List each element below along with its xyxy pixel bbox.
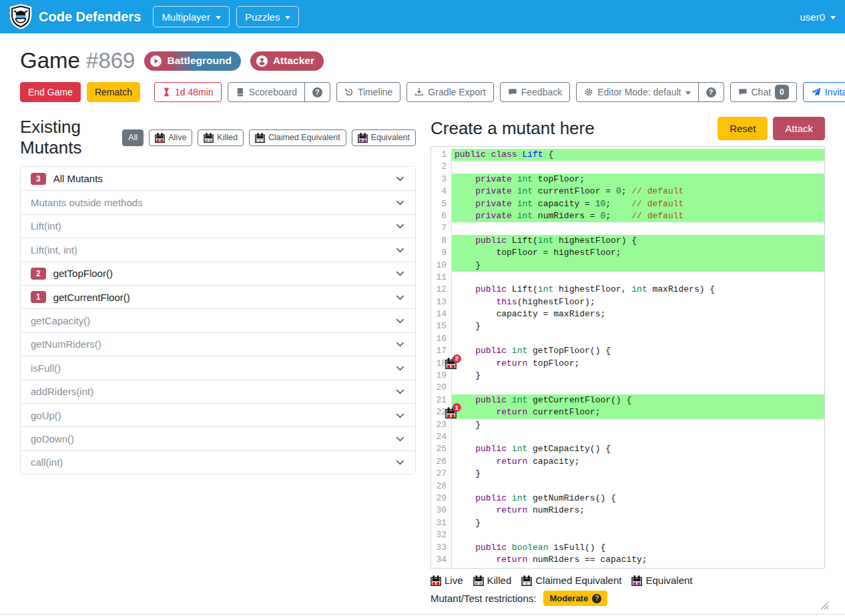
code-line[interactable]: 16 bbox=[431, 333, 824, 345]
code-token: int bbox=[512, 395, 527, 405]
code-line[interactable]: 32 bbox=[431, 529, 824, 541]
mutant-accordion-item[interactable]: isFull() bbox=[21, 356, 415, 379]
code-editor[interactable]: 1public class Lift {23 private int topFl… bbox=[431, 146, 825, 569]
code-line[interactable]: 14 capacity = maxRiders; bbox=[431, 308, 824, 320]
code-line[interactable]: 25 public int getCapacity() { bbox=[431, 443, 824, 455]
mutant-accordion-item[interactable]: getCapacity() bbox=[21, 308, 415, 332]
code-line[interactable]: 9 topFloor = highestFloor; bbox=[431, 247, 824, 259]
code-line[interactable]: 8 public Lift(int highestFloor) { bbox=[431, 235, 824, 247]
speech-bubble-icon bbox=[508, 87, 517, 97]
play-circle-icon bbox=[150, 55, 162, 67]
code-line[interactable]: 21 public int getCurrentFloor() { bbox=[431, 394, 824, 406]
code-line[interactable]: 26 return capacity; bbox=[431, 456, 824, 468]
reset-button[interactable]: Reset bbox=[718, 117, 768, 140]
code-line[interactable]: 34 return numRiders == capacity; bbox=[431, 554, 824, 566]
code-defenders-shield-logo-icon bbox=[9, 3, 32, 30]
puzzles-menu-button[interactable]: Puzzles bbox=[236, 6, 300, 27]
code-line[interactable]: 20 bbox=[431, 382, 824, 394]
code-line[interactable]: 11 bbox=[431, 272, 824, 284]
code-line[interactable]: 15 } bbox=[431, 320, 824, 332]
chevron-down-icon bbox=[395, 339, 405, 349]
gradle-export-button[interactable]: Gradle Export bbox=[406, 82, 493, 102]
code-text: public int getCapacity() { bbox=[452, 443, 824, 455]
scoreboard-help-button[interactable] bbox=[304, 82, 330, 102]
filter-equivalent-button[interactable]: Equivalent bbox=[352, 129, 416, 146]
code-text: } bbox=[452, 320, 824, 332]
resize-handle[interactable] bbox=[819, 600, 829, 610]
mutant-accordion-item[interactable]: addRiders(int) bbox=[21, 380, 415, 403]
code-line[interactable]: 23 } bbox=[431, 419, 824, 431]
mutant-accordion-item[interactable]: Lift(int, int) bbox=[21, 238, 415, 261]
mutant-accordion-item[interactable]: Lift(int) bbox=[21, 214, 415, 238]
mutant-accordion-item[interactable]: call(int) bbox=[21, 450, 415, 474]
code-text: } bbox=[452, 468, 824, 480]
mutant-accordion-item[interactable]: goDown() bbox=[21, 426, 415, 450]
code-token: numRiders; bbox=[527, 505, 585, 515]
multiplayer-menu-button[interactable]: Multiplayer bbox=[153, 6, 230, 27]
end-game-button[interactable]: End Game bbox=[20, 82, 81, 102]
code-line[interactable]: 13 this(highestFloor); bbox=[431, 296, 824, 308]
code-text: } bbox=[452, 260, 824, 272]
mutant-accordion-item[interactable]: 1getCurrentFloor() bbox=[21, 285, 415, 308]
code-line[interactable]: 1public class Lift { bbox=[431, 149, 824, 161]
mutant-accordion-item[interactable]: Mutants outside methods bbox=[21, 190, 415, 214]
code-line[interactable]: 3 private int topFloor; bbox=[431, 174, 824, 186]
code-line[interactable]: 17 public int getTopFloor() { bbox=[431, 345, 824, 357]
brand[interactable]: Code Defenders bbox=[9, 3, 141, 30]
code-line[interactable]: 6 private int numRiders = 0; // default bbox=[431, 210, 824, 222]
code-line[interactable]: 29 public int getNumRiders() { bbox=[431, 493, 824, 505]
code-line[interactable]: 22 1 return currentFloor; bbox=[431, 406, 824, 418]
game-timer-button[interactable]: 1d 48min bbox=[154, 82, 222, 102]
code-line[interactable]: 35 } bbox=[431, 566, 824, 569]
question-circle-icon bbox=[706, 87, 716, 97]
code-token: int bbox=[631, 284, 647, 294]
filter-claimed-button[interactable]: Claimed Equivalent bbox=[249, 129, 346, 146]
editor-mode-dropdown[interactable]: Editor Mode: default bbox=[576, 82, 698, 102]
chat-button[interactable]: Chat 0 bbox=[730, 82, 797, 102]
code-token: 0 bbox=[616, 186, 621, 196]
rematch-button[interactable]: Rematch bbox=[87, 82, 140, 102]
editor-mode-help-button[interactable] bbox=[698, 82, 724, 102]
filter-killed-button[interactable]: Killed bbox=[198, 129, 244, 146]
code-line[interactable]: 33 public boolean isFull() { bbox=[431, 542, 824, 554]
line-number: 25 bbox=[431, 443, 452, 455]
filter-alive-button[interactable]: Alive bbox=[149, 129, 192, 146]
scoreboard-button[interactable]: Scoreboard bbox=[228, 82, 305, 102]
attack-button[interactable]: Attack bbox=[773, 117, 825, 140]
user-menu-button[interactable]: user0 bbox=[800, 11, 836, 23]
code-line[interactable]: 10 } bbox=[431, 260, 824, 272]
mutant-accordion-item[interactable]: 2getTopFloor() bbox=[21, 262, 415, 285]
mutant-accordion-item[interactable]: getNumRiders() bbox=[21, 332, 415, 356]
code-token: public bbox=[475, 284, 507, 294]
code-line[interactable]: 24 bbox=[431, 431, 824, 443]
restrictions-badge[interactable]: Moderate bbox=[543, 591, 607, 606]
code-line[interactable]: 18 2 return topFloor; bbox=[431, 358, 824, 370]
legend-item-equivalent: Equivalent bbox=[631, 575, 692, 586]
timeline-button[interactable]: Timeline bbox=[336, 82, 400, 102]
line-number: 9 bbox=[431, 247, 452, 259]
code-line[interactable]: 31 } bbox=[431, 517, 824, 529]
line-number: 16 bbox=[431, 333, 452, 345]
accordion-item-label: All Mutants bbox=[53, 173, 103, 184]
code-line[interactable]: 28 bbox=[431, 481, 824, 493]
mutant-accordion-item[interactable]: 3All Mutants bbox=[21, 167, 415, 190]
code-line[interactable]: 5 private int capacity = 10; // default bbox=[431, 198, 824, 210]
code-token: capacity = bbox=[533, 199, 595, 209]
code-line[interactable]: 27 } bbox=[431, 468, 824, 480]
code-line[interactable]: 4 private int currentFloor = 0; // defau… bbox=[431, 186, 824, 198]
code-token: // default bbox=[631, 199, 683, 209]
code-line[interactable]: 12 public Lift(int highestFloor, int max… bbox=[431, 284, 824, 296]
invitations-button[interactable]: Invitations bbox=[803, 82, 845, 102]
line-number: 2 bbox=[431, 161, 452, 173]
code-token: private bbox=[475, 211, 512, 221]
mutant-accordion-item[interactable]: goUp() bbox=[21, 403, 415, 426]
feedback-button[interactable]: Feedback bbox=[500, 82, 570, 102]
code-line[interactable]: 19 } bbox=[431, 370, 824, 382]
code-line[interactable]: 7 bbox=[431, 222, 824, 234]
code-text: } bbox=[452, 566, 824, 569]
code-line[interactable]: 30 return numRiders; bbox=[431, 505, 824, 517]
code-line[interactable]: 2 bbox=[431, 161, 824, 173]
download-icon bbox=[414, 87, 424, 97]
code-token bbox=[455, 555, 496, 565]
filter-all-button[interactable]: All bbox=[122, 129, 144, 146]
